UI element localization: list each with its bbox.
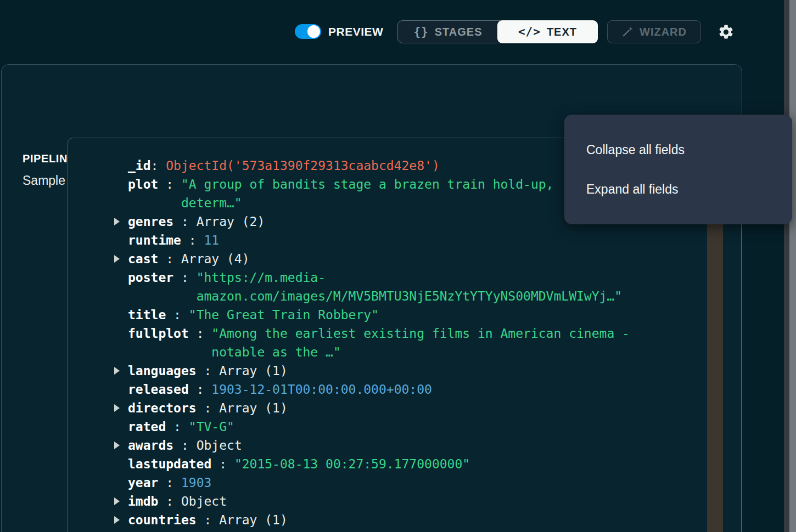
- document-line: title : "The Great Train Robbery": [128, 305, 630, 324]
- document-line: awards : Object: [128, 436, 630, 455]
- expand-caret-icon[interactable]: [114, 218, 120, 225]
- expand-caret-icon[interactable]: [114, 516, 120, 524]
- document-line: determ…": [128, 194, 630, 212]
- field-name: countries: [128, 513, 197, 527]
- field-name: plot: [128, 177, 158, 191]
- field-value: "https://m.media-: [197, 270, 326, 285]
- field-value: 1903-12-01T00:00:00.000+00:00: [211, 382, 432, 397]
- field-name: poster: [128, 270, 173, 285]
- stages-text-segmented-control: {} STAGES </> TEXT: [397, 20, 598, 43]
- wand-icon: [621, 26, 634, 38]
- document-tree: _id: ObjectId('573a1390f29313caabcd42e8'…: [128, 156, 630, 532]
- right-edge-divider: [784, 0, 789, 532]
- field-value: Array (4): [181, 252, 250, 266]
- field-name: year: [128, 476, 158, 490]
- field-value: Array (1): [219, 513, 288, 527]
- field-value: 11: [204, 233, 219, 247]
- output-options-menu: Collapse all fields Expand all fields: [564, 115, 792, 224]
- field-name: directors: [128, 401, 197, 415]
- document-line: poster : "https://m.media-: [128, 268, 630, 287]
- field-value: determ…": [181, 196, 242, 210]
- preview-label: PREVIEW: [328, 25, 383, 38]
- field-name: imdb: [128, 494, 158, 508]
- field-name: awards: [128, 438, 173, 452]
- braces-icon: {}: [413, 25, 428, 38]
- expand-caret-icon[interactable]: [114, 255, 120, 263]
- document-line: genres : Array (2): [128, 212, 630, 231]
- field-name: cast: [128, 252, 158, 266]
- gear-icon: [717, 24, 735, 41]
- document-line: countries : Array (1): [128, 511, 630, 529]
- tab-stages[interactable]: {} STAGES: [398, 21, 498, 43]
- toggle-knob: [307, 25, 320, 38]
- expand-caret-icon[interactable]: [114, 367, 120, 375]
- expand-caret-icon[interactable]: [114, 442, 120, 449]
- document-line: year : 1903: [128, 473, 630, 492]
- document-line: lastupdated : "2015-08-13 00:27:59.17700…: [128, 455, 630, 473]
- text-label: TEXT: [547, 26, 577, 38]
- field-value: Array (1): [219, 364, 288, 378]
- menu-item-collapse-all-fields[interactable]: Collapse all fields: [586, 140, 685, 160]
- field-value: Object: [181, 494, 227, 508]
- field-name: lastupdated: [128, 457, 211, 471]
- field-name: _id: [128, 159, 151, 173]
- field-value: "TV-G": [189, 420, 234, 434]
- field-value: ObjectId('573a1390f29313caabcd42e8'): [166, 159, 440, 173]
- field-value: Array (2): [197, 214, 265, 229]
- field-name: runtime: [128, 233, 181, 247]
- expand-caret-icon[interactable]: [114, 404, 120, 412]
- menu-item-expand-all-fields[interactable]: Expand all fields: [586, 179, 679, 199]
- preview-toggle[interactable]: [295, 24, 321, 39]
- document-line: plot : "A group of bandits stage a braze…: [128, 175, 630, 194]
- field-value: "A group of bandits stage a brazen train…: [181, 177, 554, 191]
- field-name: languages: [128, 364, 197, 378]
- field-name: fullplot: [128, 326, 189, 341]
- document-line: _id: ObjectId('573a1390f29313caabcd42e8'…: [128, 156, 630, 175]
- document-line: cast : Array (4): [128, 250, 630, 268]
- field-value: Array (1): [219, 401, 288, 415]
- document-line: notable as the …": [128, 343, 630, 361]
- wizard-button[interactable]: WIZARD: [607, 20, 701, 43]
- field-name: title: [128, 308, 166, 322]
- toolbar: PREVIEW {} STAGES </> TEXT WIZARD: [0, 0, 796, 64]
- document-line: directors : Array (1): [128, 399, 630, 417]
- stages-label: STAGES: [435, 26, 483, 38]
- document-line: fullplot : "Among the earliest existing …: [128, 324, 630, 343]
- field-value: "Among the earliest existing films in Am…: [211, 326, 630, 341]
- document-line: type : "movie": [128, 529, 630, 532]
- field-value: Object: [197, 438, 242, 452]
- document-line: released : 1903-12-01T00:00:00.000+00:00: [128, 380, 630, 399]
- field-name: rated: [128, 420, 166, 434]
- preview-toggle-group: PREVIEW: [295, 24, 383, 39]
- field-value: "The Great Train Robbery": [189, 308, 379, 322]
- field-name: genres: [128, 214, 173, 229]
- app-screen: PREVIEW {} STAGES </> TEXT WIZARD: [0, 0, 796, 532]
- document-line: amazon.com/images/M/MV5BMTU3NjE5NzYtYTYy…: [128, 287, 630, 305]
- field-value: "2015-08-13 00:27:59.177000000": [234, 457, 470, 471]
- code-icon: </>: [518, 25, 541, 38]
- field-value: 1903: [181, 476, 211, 490]
- panel-resize-handle[interactable]: [789, 0, 796, 532]
- field-value: notable as the …": [211, 345, 340, 359]
- wizard-label: WIZARD: [640, 26, 687, 38]
- field-name: released: [128, 382, 189, 397]
- tab-text[interactable]: </> TEXT: [497, 20, 598, 43]
- settings-button[interactable]: [716, 22, 735, 41]
- document-line: runtime : 11: [128, 231, 630, 250]
- expand-caret-icon[interactable]: [114, 497, 120, 505]
- document-line: languages : Array (1): [128, 361, 630, 380]
- document-line: rated : "TV-G": [128, 417, 630, 436]
- document-line: imdb : Object: [128, 492, 630, 511]
- field-value: amazon.com/images/M/MV5BMTU3NjE5NzYtYTYy…: [197, 289, 622, 303]
